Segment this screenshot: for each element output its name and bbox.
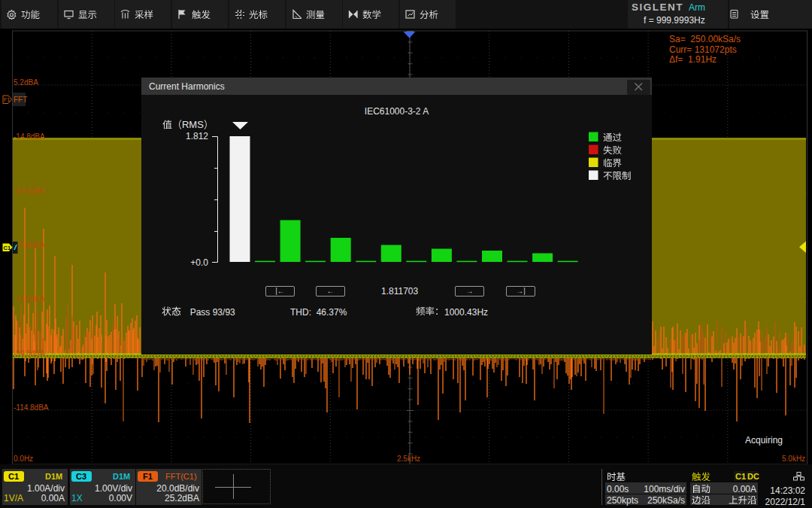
svg-text:C1: C1: [4, 245, 11, 251]
svg-text:M: M: [189, 120, 197, 129]
svg-text:S: S: [197, 120, 204, 129]
svg-text:FFT: FFT: [14, 96, 27, 104]
svg-text:F1: F1: [4, 97, 10, 102]
svg-text:R: R: [182, 120, 189, 129]
